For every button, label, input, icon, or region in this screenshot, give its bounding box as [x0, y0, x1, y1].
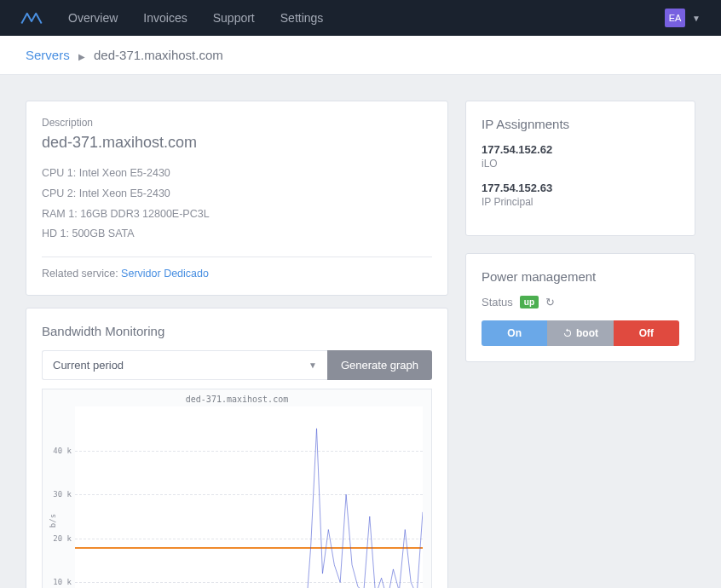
ip-assignment: 177.54.152.62 iLO — [482, 143, 679, 170]
ip-role: iLO — [482, 158, 679, 170]
nav-invoices[interactable]: Invoices — [143, 11, 187, 25]
bandwidth-chart: ded-371.maxihost.com b/s 0 k10 k20 k30 k… — [42, 389, 432, 588]
spec-line: CPU 2: Intel Xeon E5-2430 — [42, 184, 432, 205]
user-menu-caret-icon[interactable]: ▼ — [692, 14, 701, 23]
breadcrumb: Servers ▶ ded-371.maxihost.com — [0, 36, 721, 75]
y-tick: 10 k — [53, 578, 72, 586]
spec-line: CPU 1: Intel Xeon E5-2430 — [42, 164, 432, 184]
chevron-down-icon: ▼ — [309, 360, 317, 370]
brand-logo — [20, 10, 43, 26]
breadcrumb-root[interactable]: Servers — [26, 48, 70, 62]
y-tick: 40 k — [53, 447, 72, 455]
bandwidth-panel: Bandwidth Monitoring Current period ▼ Ge… — [26, 308, 448, 588]
power-reboot-button[interactable]: boot — [547, 320, 613, 346]
description-label: Description — [42, 117, 432, 129]
nav-settings[interactable]: Settings — [280, 11, 324, 25]
power-off-button[interactable]: Off — [614, 320, 679, 346]
refresh-icon[interactable]: ↻ — [545, 296, 555, 308]
nav-support[interactable]: Support — [213, 11, 255, 25]
ip-title: IP Assignments — [482, 117, 679, 131]
ip-address: 177.54.152.63 — [482, 182, 679, 194]
power-title: Power management — [482, 269, 679, 284]
period-selected-value: Current period — [53, 359, 124, 372]
server-hostname: ded-371.maxihost.com — [42, 134, 432, 152]
power-management-panel: Power management Status up ↻ On boot Off — [465, 253, 695, 362]
bandwidth-title: Bandwidth Monitoring — [42, 324, 432, 338]
y-tick: 20 k — [53, 534, 72, 543]
reboot-cursor-icon — [562, 328, 573, 338]
y-axis-label: b/s — [49, 514, 57, 527]
chart-title: ded-371.maxihost.com — [43, 395, 431, 404]
period-select[interactable]: Current period ▼ — [42, 350, 327, 380]
user-avatar[interactable]: EA — [665, 9, 685, 27]
status-label: Status — [482, 296, 513, 308]
divider — [42, 257, 432, 257]
related-service-label: Related service: — [42, 268, 118, 280]
breadcrumb-separator-icon: ▶ — [78, 52, 85, 61]
reboot-label: boot — [576, 327, 598, 339]
generate-graph-button[interactable]: Generate graph — [327, 350, 432, 380]
power-button-group: On boot Off — [482, 320, 679, 346]
spec-line: HD 1: 500GB SATA — [42, 224, 432, 245]
power-on-button[interactable]: On — [482, 320, 547, 346]
nav-overview[interactable]: Overview — [68, 11, 118, 25]
breadcrumb-current: ded-371.maxihost.com — [94, 48, 223, 62]
ip-role: IP Principal — [482, 196, 679, 208]
ip-address: 177.54.152.62 — [482, 143, 679, 156]
y-tick: 30 k — [53, 490, 72, 499]
related-service-link[interactable]: Servidor Dedicado — [121, 268, 209, 280]
description-panel: Description ded-371.maxihost.com CPU 1: … — [26, 101, 448, 296]
top-nav: Overview Invoices Support Settings EA ▼ — [0, 0, 721, 36]
status-badge: up — [520, 296, 539, 308]
ip-assignments-panel: IP Assignments 177.54.152.62 iLO 177.54.… — [465, 101, 695, 236]
spec-line: RAM 1: 16GB DDR3 12800E-PC3L — [42, 205, 432, 225]
ip-assignment: 177.54.152.63 IP Principal — [482, 182, 679, 208]
